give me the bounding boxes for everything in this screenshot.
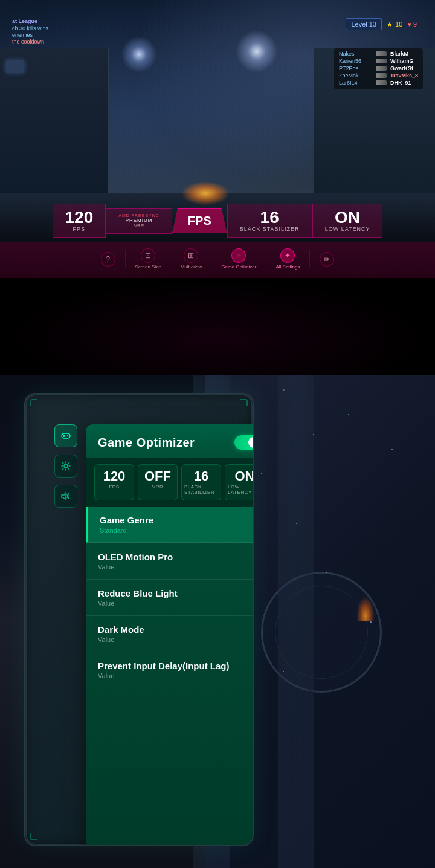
street-light-1 bbox=[121, 36, 157, 73]
fps-value: 120 bbox=[65, 209, 94, 226]
side-icon-settings[interactable] bbox=[54, 455, 77, 478]
freesync-brand: AMD FreeSync bbox=[118, 213, 160, 218]
menu-item-oled-motion[interactable]: OLED Motion Pro Value › bbox=[86, 543, 254, 580]
kill-line-3: the cooldown bbox=[12, 39, 48, 45]
menu-all-settings[interactable]: ✦ All Settings bbox=[266, 246, 309, 272]
menu-item-prevent-input-delay[interactable]: Prevent Input Delay(Input Lag) Value › bbox=[86, 652, 254, 688]
player-name-1: Nakes bbox=[339, 51, 372, 57]
optimizer-toggle[interactable] bbox=[234, 435, 254, 450]
side-icon-volume[interactable] bbox=[54, 485, 77, 508]
multiview-label: Multi-view bbox=[181, 264, 202, 270]
kill-count-4: TravMks_8 bbox=[390, 73, 418, 79]
menu-multiview[interactable]: ⊞ Multi-view bbox=[171, 246, 212, 272]
menu-item-reduce-blue-light-text: Reduce Blue Light Value bbox=[98, 588, 178, 607]
bottom-game-section: Game Optimizer 120 FPS OFF VRR 16 Black … bbox=[0, 375, 435, 868]
hud-score: ★ 10 bbox=[387, 21, 402, 28]
panel-stat-fps: 120 FPS bbox=[94, 464, 134, 500]
menu-item-dark-mode-text: Dark Mode Value bbox=[98, 624, 144, 643]
score-row-5: Lar6IL4 DHK_91 bbox=[339, 80, 418, 86]
score-value: 10 bbox=[395, 21, 402, 28]
panel-stat-vrr: OFF VRR bbox=[138, 464, 178, 500]
panel-black-stab-value: 16 bbox=[194, 470, 208, 483]
menu-item-game-genre[interactable]: Game Genre Standard › bbox=[86, 507, 254, 543]
menu-item-oled-motion-text: OLED Motion Pro Value bbox=[98, 552, 173, 571]
menu-game-optimizer[interactable]: ≡ Game Optimizer bbox=[211, 246, 266, 272]
stat-freesync: AMD FreeSync Premium VRR bbox=[106, 208, 172, 234]
stat-fps-mode[interactable]: FPS bbox=[172, 208, 227, 233]
score-row-1: Nakes BlarkM bbox=[339, 51, 418, 57]
weapon-icon-3 bbox=[376, 66, 387, 71]
panel-stat-black-stab: 16 Black Stabilizer bbox=[181, 464, 221, 500]
game-optimizer-panel: Game Optimizer 120 FPS OFF VRR 16 Black … bbox=[86, 424, 254, 846]
svg-point-4 bbox=[67, 435, 68, 436]
panel-vrr-value: OFF bbox=[144, 470, 171, 483]
menu-help[interactable]: ? bbox=[91, 250, 125, 269]
player-name-2: Karren56 bbox=[339, 58, 372, 64]
hud-top: Level 13 ★ 10 ♥ 9 bbox=[346, 18, 417, 30]
kill-line-1: ch 30 kills wins bbox=[12, 25, 48, 31]
panel-black-stab-label: Black Stabilizer bbox=[184, 484, 218, 495]
kill-count-2: WilliamG bbox=[390, 58, 413, 64]
corner-tr bbox=[240, 399, 248, 406]
weapon-icon-1 bbox=[376, 51, 387, 56]
side-icon-gamepad[interactable] bbox=[54, 424, 77, 447]
game-optimizer-icon: ≡ bbox=[231, 248, 246, 263]
tv-frame: Game Optimizer 120 FPS OFF VRR 16 Black … bbox=[24, 393, 254, 846]
panel-header: Game Optimizer bbox=[86, 424, 254, 458]
hud-lives: ♥ 9 bbox=[407, 21, 417, 28]
weapon-icon-2 bbox=[376, 59, 387, 63]
kill-count-5: DHK_91 bbox=[390, 80, 411, 86]
game-genre-title: Game Genre bbox=[100, 515, 153, 525]
prevent-input-delay-value: Value bbox=[98, 672, 230, 679]
kill-count-1: BlarkM bbox=[390, 51, 408, 57]
torch-glow bbox=[356, 597, 375, 621]
lives-value: 9 bbox=[413, 21, 417, 28]
weapon-icon-5 bbox=[376, 80, 387, 85]
panel-low-latency-value: ON bbox=[235, 470, 254, 483]
freesync-label: Premium bbox=[126, 218, 153, 223]
stat-black-stabilizer: 16 Black Stabilizer bbox=[227, 204, 312, 238]
fps-mode-value: FPS bbox=[188, 215, 211, 227]
screen-size-label: Screen Size bbox=[135, 264, 161, 270]
level-badge: Level 13 bbox=[346, 18, 382, 30]
low-latency-label: Low Latency bbox=[325, 226, 370, 232]
stat-low-latency: ON Low Latency bbox=[312, 204, 383, 238]
scoreboard: Nakes BlarkM Karren56 WilliamG PT2Poe Gw… bbox=[334, 48, 423, 89]
menu-edit[interactable]: ✏ bbox=[310, 250, 344, 269]
game-optimizer-label: Game Optimizer bbox=[221, 264, 256, 270]
weapon-icon-4 bbox=[376, 73, 387, 78]
panel-fps-value: 120 bbox=[103, 470, 126, 483]
low-latency-value: ON bbox=[335, 209, 360, 226]
score-row-2: Karren56 WilliamG bbox=[339, 58, 418, 64]
corner-tl bbox=[30, 399, 37, 406]
panel-stat-low-latency: ON Low Latency bbox=[225, 464, 254, 500]
player-name-4: ZoeMak bbox=[339, 73, 372, 79]
screen-size-icon: ⊡ bbox=[141, 248, 155, 263]
dark-mode-title: Dark Mode bbox=[98, 624, 144, 635]
panel-stats: 120 FPS OFF VRR 16 Black Stabilizer ON L… bbox=[86, 458, 254, 507]
kill-line-2: enemies bbox=[12, 32, 48, 38]
help-icon: ? bbox=[101, 252, 115, 267]
corner-bl bbox=[30, 833, 37, 840]
black-stab-label: Black Stabilizer bbox=[240, 226, 300, 232]
pillar-2 bbox=[278, 375, 314, 868]
heart-icon: ♥ bbox=[407, 21, 411, 28]
reduce-blue-light-value: Value bbox=[98, 600, 178, 607]
menu-item-prevent-input-delay-text: Prevent Input Delay(Input Lag) Value bbox=[98, 661, 230, 679]
vrr-label: VRR bbox=[134, 223, 144, 228]
panel-fps-label: FPS bbox=[109, 484, 119, 490]
menu-item-reduce-blue-light[interactable]: Reduce Blue Light Value › bbox=[86, 580, 254, 616]
dark-mode-value: Value bbox=[98, 636, 144, 643]
svg-rect-0 bbox=[62, 433, 70, 438]
prevent-input-delay-title: Prevent Input Delay(Input Lag) bbox=[98, 661, 230, 671]
panel-vrr-label: VRR bbox=[152, 484, 163, 490]
edit-icon: ✏ bbox=[320, 252, 334, 267]
menu-bar: ? ⊡ Screen Size ⊞ Multi-view ≡ Game Opti… bbox=[0, 242, 435, 278]
kill-feed: at League ch 30 kills wins enemies the c… bbox=[12, 18, 48, 45]
all-settings-icon: ✦ bbox=[280, 248, 295, 263]
menu-screen-size[interactable]: ⊡ Screen Size bbox=[126, 246, 171, 272]
menu-item-dark-mode[interactable]: Dark Mode Value › bbox=[86, 616, 254, 652]
star-icon: ★ bbox=[387, 21, 393, 28]
fps-label: FPS bbox=[73, 226, 86, 232]
top-game-section: Level 13 ★ 10 ♥ 9 Nakes BlarkM Karren56 … bbox=[0, 0, 435, 278]
